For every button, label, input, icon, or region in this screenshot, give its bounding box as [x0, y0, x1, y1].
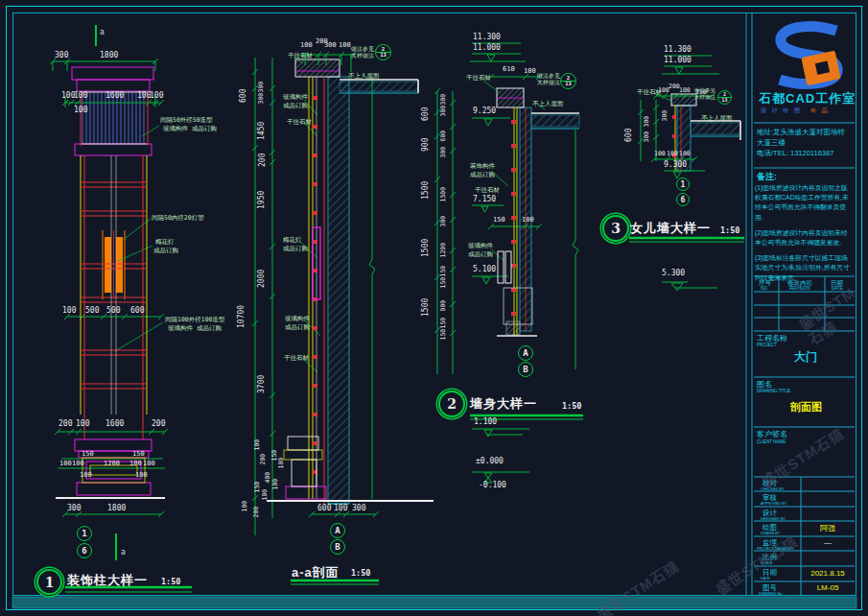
dim-label: 600 — [317, 505, 331, 512]
row-label: 比例 — [762, 554, 777, 561]
callout-text: 大样做法 — [537, 80, 560, 85]
detail-title: 装饰柱大样一 — [67, 572, 148, 589]
annotation: 玻璃构件 — [283, 94, 308, 101]
dim-label: 600 — [440, 130, 447, 142]
dim-label: 300 — [258, 93, 265, 105]
dim-label: 300 — [440, 94, 447, 106]
annotation: 间隔50外径50造型 — [160, 117, 213, 124]
dim-label: 150 — [440, 266, 447, 277]
dim-label: 300 — [440, 216, 447, 227]
annotation: 成品订购 — [468, 251, 493, 258]
row-label-en: SCALE — [761, 561, 772, 565]
axis-bubble: 1 — [77, 526, 92, 541]
dim-label: 1800 — [107, 505, 126, 512]
dim-label: 300 — [440, 106, 447, 117]
annotation: 成品订购 — [470, 172, 495, 178]
dim-label: 150 — [440, 277, 447, 289]
dim-label: 150 — [440, 318, 447, 329]
dim-label: 100 — [129, 461, 142, 467]
detail-title: 墙身大样一 — [470, 395, 537, 413]
notes-title: 备注: — [757, 173, 777, 181]
annotation: 干挂石材 — [284, 355, 309, 362]
annotation: 玻璃构件 成品订购 — [168, 325, 222, 332]
annotation: 干挂石材 — [287, 119, 312, 126]
dim-label: 300 — [644, 116, 650, 128]
dim-label: 100 — [679, 151, 691, 157]
axis-bubble: 6 — [676, 193, 690, 206]
dim-label: 10700 — [238, 305, 246, 328]
detail-title: a-a剖面 — [292, 564, 340, 581]
dim-label: 1200 — [104, 461, 120, 467]
dim-label: 3700 — [258, 375, 266, 393]
dim-label: 300 — [644, 131, 650, 143]
dim-label: 100 — [654, 151, 666, 157]
studio-subtitle: 出 品 — [810, 107, 830, 113]
level-label: 11.000 — [473, 44, 501, 52]
level-label: 5.100 — [473, 266, 496, 273]
row-label-en: DRAWN BY — [761, 532, 780, 535]
project-value: 大门 — [794, 351, 817, 364]
dim-label: 900 — [440, 300, 447, 312]
dim-label: 150 — [254, 482, 261, 493]
dim-label: 300 — [324, 42, 337, 49]
notes-block: (1)图纸所述设计内容及说明之版权属石都CAD绘图工作室所有,未经本公司书面允许… — [755, 183, 853, 289]
dim-label: 300 — [352, 505, 365, 512]
dim-label: 100 — [679, 87, 691, 94]
callout-sheet: 13 — [376, 52, 390, 59]
dim-label: 200 — [259, 154, 267, 167]
level-label: -0.100 — [479, 482, 506, 489]
dim-label: 1600 — [106, 420, 124, 428]
dim-label: 100 — [242, 501, 248, 512]
dim-label: 100 — [76, 420, 89, 428]
axis-bubble: B — [518, 362, 533, 377]
dim-label: 600 — [240, 89, 247, 103]
dim-label: 300 — [67, 505, 81, 512]
annotation: 成品订购 — [285, 324, 310, 331]
callout-text: 做法参见 — [694, 88, 716, 94]
dim-label: 1600 — [106, 92, 124, 100]
annotation: 玻璃构件 — [285, 316, 310, 322]
annotation: 间隔50内径20灯管 — [152, 215, 204, 222]
dim-label: 100 — [339, 42, 351, 49]
dim-label: 200 — [59, 420, 72, 428]
project-manager-value: — — [802, 539, 854, 547]
annotation: 间隔100外径100造型 — [165, 317, 224, 323]
annotation: 梅花灯 — [155, 239, 175, 246]
dim-label: 1500 — [422, 298, 430, 317]
annotation: 成品订购 — [153, 248, 178, 254]
level-label: 11.000 — [664, 57, 692, 64]
client-label-en: CLIENT NAME — [757, 440, 786, 445]
dim-label: 900 — [422, 138, 430, 152]
dim-label: 200 — [669, 83, 680, 90]
detail-number-bubble: 3 — [602, 215, 629, 242]
axis-bubble: 1 — [676, 178, 690, 191]
bottom-band — [12, 597, 856, 608]
annotation: 干挂石材 — [466, 75, 491, 82]
cad-sheet: a 300 1800 100 100 1600 100 100 100 间隔50… — [0, 0, 868, 616]
dim-label: 100 — [667, 151, 678, 157]
dim-label: 1500 — [440, 187, 447, 202]
dim-label: 2000 — [258, 270, 266, 288]
row-label: 日期 — [762, 569, 777, 577]
dim-label: 100 — [278, 458, 285, 469]
dim-label: 100 — [74, 92, 87, 100]
row-label-en: DRAWING No. — [759, 592, 783, 596]
dim-label: 100 — [300, 42, 313, 49]
rev-col-header-en: REVISION — [789, 287, 810, 292]
dim-label: 100 — [658, 87, 669, 94]
level-label: 9.300 — [664, 161, 687, 169]
studio-address: 大厦三楼 — [757, 139, 786, 147]
client-label: 客户签名 — [757, 431, 787, 438]
dim-label: 100 — [80, 472, 92, 479]
dim-label: 500 — [106, 307, 120, 315]
level-label: 9.250 — [473, 107, 496, 115]
row-label: 校对 — [762, 480, 777, 487]
axis-bubble: B — [330, 539, 345, 555]
titleblock-divider — [746, 12, 752, 596]
dim-label: 610 — [503, 66, 515, 73]
dim-label: 300 — [662, 110, 669, 122]
d3-wall-detail — [434, 43, 583, 483]
annotation: 成品订购 — [283, 246, 308, 252]
detail-callout-bubble: 213 — [560, 73, 576, 89]
dim-label: 100 — [135, 472, 148, 479]
